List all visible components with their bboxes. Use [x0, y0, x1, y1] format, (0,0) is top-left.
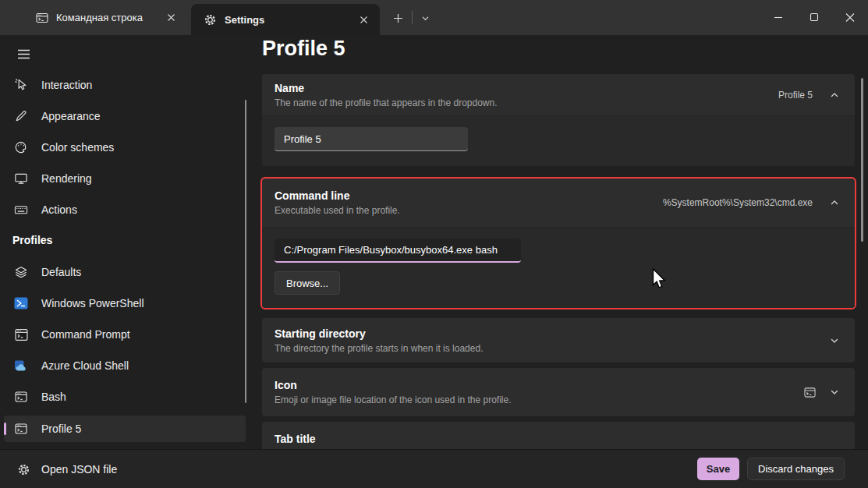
- section-title: Command line: [275, 189, 663, 202]
- selection-indicator: [4, 423, 6, 435]
- pen-icon: [13, 109, 29, 123]
- new-tab-button[interactable]: [388, 8, 408, 28]
- close-icon: [832, 0, 868, 35]
- gear-icon: [17, 463, 30, 476]
- section-description: The directory the profile starts in when…: [275, 343, 830, 354]
- gear-icon: [204, 13, 217, 27]
- mouse-cursor: [652, 268, 666, 289]
- maximize-icon: [796, 0, 832, 35]
- open-json-file-button[interactable]: Open JSON file: [8, 456, 126, 483]
- section-icon: Icon Emoji or image file location of the…: [262, 368, 855, 416]
- windows-terminal-settings-window: Командная строка Settings: [0, 0, 868, 488]
- chevron-up-icon: [830, 198, 839, 207]
- tab-close-button[interactable]: [353, 9, 374, 30]
- cursor-icon: [13, 78, 29, 92]
- browse-button[interactable]: Browse...: [275, 271, 340, 295]
- sidebar-item-bash[interactable]: Bash: [4, 381, 246, 412]
- settings-content: Profile 5 Name The name of the profile t…: [257, 35, 868, 449]
- tab-command-prompt[interactable]: Командная строка: [23, 0, 187, 35]
- section-description: Executable used in the profile.: [275, 205, 663, 216]
- settings-sidebar: Interaction Appearance Color schemes: [0, 35, 257, 449]
- sidebar-item-label: Command Prompt: [41, 328, 130, 341]
- sidebar-item-label: Actions: [41, 203, 77, 216]
- sidebar-item-azure-cloud-shell[interactable]: Azure Cloud Shell: [4, 350, 246, 381]
- cmd-icon: [804, 387, 816, 398]
- section-starting-directory-header[interactable]: Starting directory The directory the pro…: [262, 318, 855, 362]
- sidebar-item-profile-5[interactable]: Profile 5: [4, 416, 246, 442]
- hamburger-icon: [16, 47, 31, 62]
- footer-bar: Open JSON file Save Discard changes: [0, 449, 868, 488]
- cmd-icon: [36, 12, 48, 24]
- command-line-input[interactable]: [275, 239, 521, 263]
- sidebar-item-rendering[interactable]: Rendering: [4, 163, 246, 194]
- maximize-button[interactable]: [796, 0, 832, 35]
- page-title: Profile 5: [262, 37, 345, 61]
- tab-dropdown-button[interactable]: [415, 8, 435, 28]
- section-title: Name: [275, 82, 778, 94]
- sidebar-scrollbar[interactable]: [245, 100, 246, 403]
- powershell-icon: [13, 296, 29, 310]
- section-command-line-header[interactable]: Command line Executable used in the prof…: [262, 179, 855, 227]
- sidebar-item-label: Rendering: [41, 172, 92, 185]
- sidebar-item-actions[interactable]: Actions: [4, 194, 246, 225]
- section-name: Name The name of the profile that appear…: [262, 74, 855, 166]
- section-command-line: Command line Executable used in the prof…: [260, 177, 856, 309]
- sidebar-item-label: Interaction: [41, 79, 92, 91]
- section-current-value: Profile 5: [778, 90, 813, 101]
- keyboard-icon: [13, 203, 29, 217]
- layers-icon: [13, 265, 29, 279]
- sidebar-item-defaults[interactable]: Defaults: [4, 256, 246, 288]
- tab-bar-separator: [412, 11, 413, 24]
- tab-settings[interactable]: Settings: [191, 4, 380, 35]
- profile-name-input[interactable]: [275, 127, 468, 151]
- monitor-icon: [13, 172, 29, 186]
- section-title: Starting directory: [275, 327, 830, 340]
- save-button[interactable]: Save: [697, 458, 739, 480]
- cmd-icon: [13, 328, 29, 341]
- tab-title: Командная строка: [56, 12, 161, 23]
- section-title: Icon: [275, 379, 804, 391]
- title-bar: Командная строка Settings: [0, 0, 868, 35]
- palette-icon: [13, 140, 29, 154]
- sidebar-item-command-prompt[interactable]: Command Prompt: [4, 319, 246, 350]
- sidebar-item-label: Defaults: [41, 266, 81, 278]
- chevron-down-icon: [830, 336, 839, 345]
- section-tab-title: Tab title: [262, 422, 855, 449]
- section-description: The name of the profile that appears in …: [275, 97, 778, 108]
- section-command-line-body: Browse...: [262, 227, 855, 308]
- cmd-icon: [13, 391, 29, 403]
- tab-title: Settings: [225, 14, 353, 26]
- content-scrollbar[interactable]: [861, 78, 863, 242]
- cmd-icon: [13, 423, 29, 435]
- sidebar-item-label: Windows PowerShell: [41, 297, 144, 309]
- sidebar-item-windows-powershell[interactable]: Windows PowerShell: [4, 288, 246, 319]
- sidebar-item-label: Bash: [41, 391, 66, 403]
- sidebar-item-label: Color schemes: [41, 141, 114, 154]
- section-name-body: [262, 115, 855, 166]
- section-title: Tab title: [275, 433, 839, 445]
- window-controls: [760, 0, 868, 35]
- discard-changes-button[interactable]: Discard changes: [747, 458, 845, 480]
- sidebar-item-label: Appearance: [41, 110, 101, 122]
- chevron-down-icon: [421, 14, 430, 23]
- open-json-file-label: Open JSON file: [41, 463, 117, 476]
- tab-close-button[interactable]: [161, 8, 181, 28]
- minimize-button[interactable]: [760, 0, 796, 35]
- minimize-icon: [760, 0, 796, 35]
- navigation-menu-button[interactable]: [10, 42, 37, 65]
- sidebar-item-color-schemes[interactable]: Color schemes: [4, 132, 246, 163]
- section-tab-title-header[interactable]: Tab title: [262, 422, 855, 449]
- close-window-button[interactable]: [832, 0, 868, 35]
- section-current-value: %SystemRoot%\System32\cmd.exe: [663, 197, 813, 208]
- sidebar-item-label: Azure Cloud Shell: [41, 359, 129, 372]
- sidebar-item-label: Profile 5: [41, 423, 81, 435]
- plus-icon: [393, 13, 403, 23]
- sidebar-item-appearance[interactable]: Appearance: [4, 101, 246, 132]
- azure-cloud-icon: [13, 359, 29, 373]
- section-name-header[interactable]: Name The name of the profile that appear…: [262, 74, 855, 115]
- chevron-down-icon: [830, 387, 839, 397]
- section-starting-directory: Starting directory The directory the pro…: [262, 318, 855, 362]
- chevron-up-icon: [830, 90, 839, 100]
- section-icon-header[interactable]: Icon Emoji or image file location of the…: [262, 368, 855, 416]
- sidebar-item-interaction[interactable]: Interaction: [4, 69, 246, 101]
